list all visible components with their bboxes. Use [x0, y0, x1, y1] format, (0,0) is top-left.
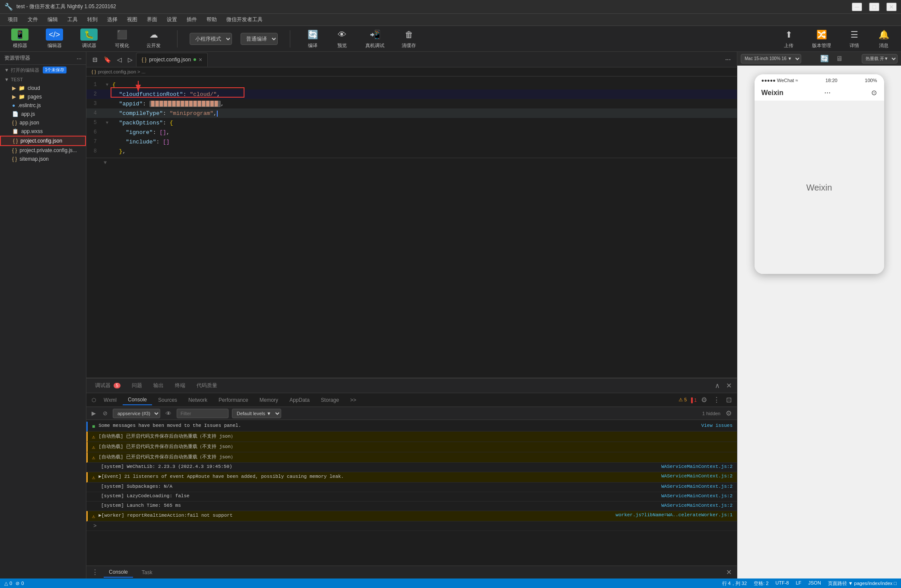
- maximize-button[interactable]: □: [869, 3, 879, 11]
- compile-button[interactable]: 🔄 编译: [302, 27, 323, 51]
- compile-mode-select[interactable]: 小程序模式: [190, 33, 232, 45]
- eye-button[interactable]: 👁: [164, 409, 173, 418]
- code-line-4[interactable]: 4 "compileType": "miniprogram",: [86, 108, 737, 118]
- context-select[interactable]: appservice (#3): [113, 409, 160, 418]
- code-line-6[interactable]: 6 "ignore": [],: [86, 127, 737, 137]
- sidebar-item-eslintrc[interactable]: ● .eslintrc.js: [0, 101, 86, 110]
- hotreload-select[interactable]: 热重载 开▼: [862, 54, 898, 64]
- code-line-7[interactable]: 7 "include": []: [86, 137, 737, 146]
- menu-item-goto[interactable]: 转到: [83, 15, 102, 25]
- preview-button[interactable]: 👁 预览: [332, 27, 352, 51]
- devtools-tab-wxml[interactable]: Wxml: [98, 395, 122, 405]
- sidebar-open-editors-section[interactable]: ▼ 打开的编辑器 1个未保存: [0, 65, 86, 75]
- bottom-tab-output[interactable]: 输出: [148, 380, 169, 391]
- link-1[interactable]: WAServiceMainContext.js:2: [661, 464, 733, 469]
- devtools-tab-performance[interactable]: Performance: [213, 395, 254, 405]
- devtools-tab-appdata[interactable]: AppData: [284, 395, 315, 405]
- sidebar-item-cloud[interactable]: ▶ 📁 cloud: [0, 84, 86, 92]
- sidebar-item-appjson[interactable]: { } app.json: [0, 118, 86, 127]
- upload-button[interactable]: ⬆ 上传: [778, 27, 799, 51]
- inspect-element-button[interactable]: ⬡: [90, 395, 98, 405]
- close-button[interactable]: ✕: [886, 3, 897, 11]
- menu-item-plugins[interactable]: 插件: [182, 15, 201, 25]
- editor-tab-project-config[interactable]: { } project.config.json ×: [136, 53, 208, 67]
- split-editor-button[interactable]: ⊟: [90, 55, 100, 64]
- console-input[interactable]: [104, 523, 733, 528]
- menu-item-settings[interactable]: 设置: [162, 15, 181, 25]
- preview-refresh-button[interactable]: 🔄: [819, 54, 831, 64]
- menu-item-view[interactable]: 视图: [123, 15, 142, 25]
- code-line-3[interactable]: 3 "appid": ████████████████,: [86, 99, 737, 108]
- simulator-button[interactable]: 📱 模拟器: [7, 27, 33, 51]
- fold-dots[interactable]: ▼: [104, 160, 107, 166]
- link-5[interactable]: WAServiceMainContext.js:2: [661, 503, 733, 508]
- hidden-settings-button[interactable]: ⚙: [724, 408, 733, 418]
- code-line-5[interactable]: 5 ▼ "packOptions": {: [86, 118, 737, 127]
- devtools-tab-network[interactable]: Network: [183, 395, 213, 405]
- devtools-more-button[interactable]: ⋮: [711, 395, 722, 405]
- link-3[interactable]: WAServiceMainContext.js:2: [661, 484, 733, 489]
- sidebar-item-appjs[interactable]: 📄 app.js: [0, 110, 86, 118]
- forward-button[interactable]: ▷: [125, 55, 135, 64]
- fold-btn-1[interactable]: ▼: [104, 83, 111, 87]
- bottom-tab-code-quality[interactable]: 代码质量: [191, 380, 222, 391]
- devtools-expand-button[interactable]: ⊡: [724, 395, 733, 405]
- menu-item-file[interactable]: 文件: [23, 15, 42, 25]
- editor-button[interactable]: </> 编辑器: [41, 27, 67, 51]
- task-tab[interactable]: Task: [136, 568, 158, 577]
- view-issues-link[interactable]: View issues: [701, 423, 733, 428]
- panel-collapse-button[interactable]: ∧: [713, 381, 722, 391]
- panel-close-button[interactable]: ✕: [724, 381, 733, 391]
- detail-button[interactable]: ☰ 详情: [844, 27, 865, 51]
- link-4[interactable]: WAServiceMainContext.js:2: [661, 493, 733, 499]
- sidebar-item-project-config[interactable]: { } project.config.json: [0, 136, 86, 146]
- console-block-button[interactable]: ⊘: [101, 409, 109, 417]
- link-2[interactable]: WAServiceMainContext.js:2: [661, 474, 733, 479]
- bottom-tab-terminal[interactable]: 终端: [170, 380, 190, 391]
- code-line-2[interactable]: 2 "cloudfunctionRoot": "cloud/",: [86, 89, 737, 99]
- console-filter-input[interactable]: [177, 409, 228, 418]
- sidebar-item-sitemap[interactable]: { } sitemap.json: [0, 155, 86, 163]
- back-button[interactable]: ◁: [114, 55, 124, 64]
- console-footer-more-button[interactable]: ⋮: [90, 567, 100, 577]
- version-button[interactable]: 🔀 版本管理: [808, 27, 835, 51]
- preview-screen-button[interactable]: 🖥: [834, 54, 844, 64]
- menu-item-project[interactable]: 项目: [3, 15, 22, 25]
- visualize-button[interactable]: ⬛ 可视化: [111, 27, 133, 51]
- sidebar-item-pages[interactable]: ▶ 📁 pages: [0, 92, 86, 101]
- menu-item-help[interactable]: 帮助: [202, 15, 221, 25]
- console-footer-tab[interactable]: Console: [104, 567, 133, 578]
- fold-btn-5[interactable]: ▼: [104, 121, 111, 125]
- menu-item-interface[interactable]: 界面: [143, 15, 162, 25]
- more-tabs-button[interactable]: ···: [723, 55, 733, 64]
- devtools-tab-storage[interactable]: Storage: [316, 395, 344, 405]
- menu-item-wechat[interactable]: 微信开发者工具: [222, 15, 267, 25]
- sidebar-item-private-config[interactable]: { } project.private.config.js...: [0, 146, 86, 155]
- menu-item-tools[interactable]: 工具: [63, 15, 82, 25]
- devtools-tab-console[interactable]: Console: [123, 395, 152, 405]
- devtools-tab-sources[interactable]: Sources: [153, 395, 182, 405]
- sidebar-item-appwxss[interactable]: 📋 app.wxss: [0, 127, 86, 136]
- sidebar-more-icon[interactable]: ···: [76, 55, 82, 62]
- minimize-button[interactable]: ─: [852, 3, 862, 11]
- devtools-tab-memory[interactable]: Memory: [254, 395, 283, 405]
- log-levels-select[interactable]: Default levels ▼: [232, 409, 281, 418]
- menu-item-edit[interactable]: 编辑: [43, 15, 62, 25]
- console-prompt-line[interactable]: >: [86, 521, 737, 531]
- code-line-8[interactable]: 8 },: [86, 146, 737, 156]
- devtools-settings-button[interactable]: ⚙: [699, 395, 709, 405]
- devtools-tab-more[interactable]: >>: [345, 395, 362, 405]
- bottom-tab-issues[interactable]: 问题: [127, 380, 147, 391]
- debugger-button[interactable]: 🐛 调试器: [76, 27, 102, 51]
- code-line-1[interactable]: 1 ▼ {: [86, 80, 737, 89]
- link-worker[interactable]: worker.js?libName=WA..celerateWorker.js:…: [615, 512, 733, 518]
- real-debug-button[interactable]: 📲 真机调试: [361, 27, 389, 51]
- bookmark-button[interactable]: 🔖: [101, 55, 114, 64]
- footer-close-button[interactable]: ✕: [724, 567, 733, 577]
- compile-type-select[interactable]: 普通编译: [241, 33, 278, 45]
- bottom-tab-debugger[interactable]: 调试器 5: [90, 380, 126, 391]
- cloud-button[interactable]: ☁ 云开发: [142, 27, 165, 51]
- tab-close-button[interactable]: ×: [199, 56, 202, 63]
- sidebar-project-section[interactable]: ▼ TEST: [0, 75, 86, 84]
- clear-cache-button[interactable]: 🗑 清缓存: [397, 27, 420, 51]
